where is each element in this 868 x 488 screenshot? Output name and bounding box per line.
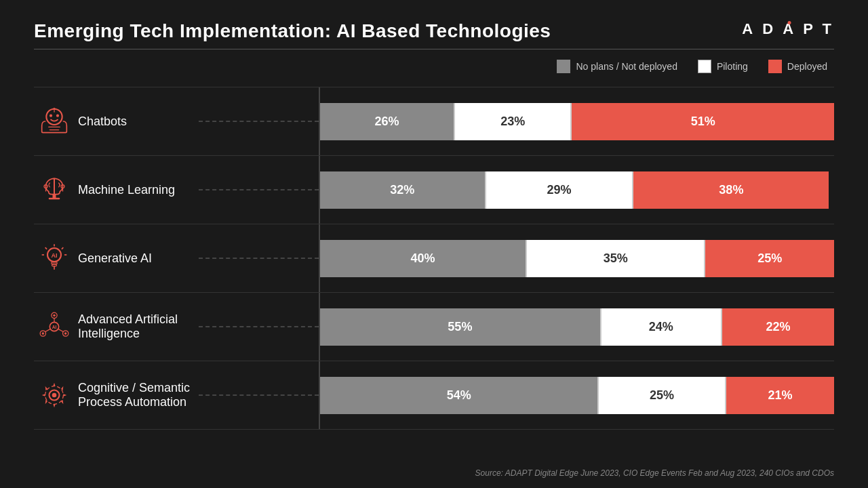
bar-chatbots-grey: 26% — [320, 103, 454, 140]
chart-row-cognitive-automation: Cognitive / SemanticProcess Automation54… — [34, 361, 834, 429]
svg-line-29 — [45, 329, 51, 331]
bar-advanced-ai-white: 24% — [600, 308, 722, 346]
chart-row-advanced-ai: AI Advanced ArtificialIntelligence55%24%… — [34, 293, 834, 361]
bar-cognitive-automation-white: 25% — [597, 377, 726, 414]
bar-machine-learning-red: 38% — [633, 171, 829, 209]
svg-rect-16 — [52, 264, 57, 266]
page-container: Emerging Tech Implementation: AI Based T… — [0, 0, 868, 488]
row-label-machine-learning: Machine Learning — [75, 183, 199, 197]
legend-no-plans: No plans / Not deployed — [557, 60, 677, 73]
chart-row-machine-learning: Machine Learning32%29%38% — [34, 156, 834, 224]
dashed-line-generative-ai — [199, 258, 319, 259]
bar-generative-ai-grey: 40% — [320, 240, 526, 277]
bar-machine-learning-grey: 32% — [320, 171, 485, 209]
bars-area-chatbots: 26%23%51% — [320, 103, 834, 140]
chart-row-chatbots: Chatbots26%23%51% — [34, 87, 834, 155]
bar-generative-ai-white: 35% — [526, 240, 705, 277]
row-label-advanced-ai: Advanced ArtificialIntelligence — [75, 312, 199, 341]
row-label-chatbots: Chatbots — [75, 115, 199, 129]
svg-text:AI: AI — [51, 252, 57, 259]
bar-advanced-ai-red: 22% — [722, 308, 834, 346]
legend-swatch-white — [698, 60, 711, 73]
dashed-line-chatbots — [199, 121, 319, 122]
svg-line-20 — [62, 247, 64, 249]
svg-point-32 — [42, 332, 44, 334]
bars-area-advanced-ai: 55%24%22% — [320, 308, 834, 346]
brain-icon — [34, 169, 75, 210]
bar-cognitive-automation-grey: 54% — [320, 377, 597, 414]
bar-chatbots-white: 23% — [454, 103, 572, 140]
header: Emerging Tech Implementation: AI Based T… — [34, 20, 834, 42]
last-divider — [34, 429, 834, 430]
legend-label-piloting: Piloting — [717, 61, 748, 72]
source-footer: Source: ADAPT Digital Edge June 2023, CI… — [475, 468, 834, 478]
svg-text:AI: AI — [52, 325, 57, 329]
bar-generative-ai-red: 25% — [705, 240, 834, 277]
svg-point-35 — [52, 393, 57, 398]
legend-swatch-grey — [557, 60, 570, 73]
legend-piloting: Piloting — [698, 60, 748, 73]
legend-deployed: Deployed — [768, 60, 827, 73]
bar-cognitive-automation-red: 21% — [726, 377, 834, 414]
legend-label-no-plans: No plans / Not deployed — [576, 61, 677, 72]
gear-cog-icon — [34, 375, 75, 415]
bars-area-cognitive-automation: 54%25%21% — [320, 377, 834, 414]
legend-label-deployed: Deployed — [787, 61, 827, 72]
svg-point-31 — [53, 314, 55, 317]
svg-point-33 — [64, 332, 66, 334]
page-title: Emerging Tech Implementation: AI Based T… — [34, 20, 551, 42]
legend-swatch-red — [768, 60, 782, 73]
bars-area-generative-ai: 40%35%25% — [320, 240, 834, 277]
dashed-line-advanced-ai — [199, 326, 319, 327]
dashed-line-machine-learning — [199, 189, 319, 190]
bar-chatbots-red: 51% — [572, 103, 834, 140]
chart-area: Chatbots26%23%51% Machine Learning32%29%… — [34, 87, 834, 430]
bars-area-machine-learning: 32%29%38% — [320, 171, 834, 209]
chatbot-icon — [34, 101, 75, 142]
svg-point-2 — [56, 115, 59, 117]
bar-machine-learning-white: 29% — [485, 171, 634, 209]
ai-network-icon: AI — [34, 306, 75, 347]
svg-rect-8 — [49, 198, 60, 200]
svg-point-1 — [50, 115, 52, 117]
label-area-cognitive-automation: Cognitive / SemanticProcess Automation — [34, 375, 319, 415]
chart-row-generative-ai: AI Generative AI40%35%25% — [34, 224, 834, 292]
svg-line-19 — [45, 247, 47, 249]
label-area-chatbots: Chatbots — [34, 101, 319, 142]
label-area-advanced-ai: AI Advanced ArtificialIntelligence — [34, 306, 319, 347]
svg-point-3 — [53, 108, 55, 110]
logo: A D A P T — [742, 20, 834, 38]
svg-rect-15 — [52, 262, 57, 264]
row-label-generative-ai: Generative AI — [75, 251, 199, 266]
label-area-machine-learning: Machine Learning — [34, 169, 319, 210]
ai-bulb-icon: AI — [34, 238, 75, 279]
label-area-generative-ai: AI Generative AI — [34, 238, 319, 279]
bar-advanced-ai-grey: 55% — [320, 308, 600, 346]
header-divider — [34, 49, 834, 49]
row-label-cognitive-automation: Cognitive / SemanticProcess Automation — [75, 381, 199, 409]
dashed-line-cognitive-automation — [199, 394, 319, 396]
svg-line-30 — [58, 329, 63, 331]
legend: No plans / Not deployed Piloting Deploye… — [34, 60, 834, 73]
